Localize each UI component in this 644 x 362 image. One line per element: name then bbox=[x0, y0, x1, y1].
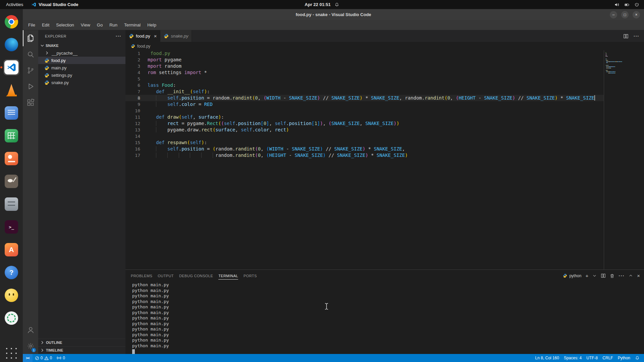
code-line-10[interactable]: 10 bbox=[125, 108, 604, 114]
minimap[interactable] bbox=[604, 50, 644, 269]
volume-icon[interactable] bbox=[614, 2, 620, 7]
indentation[interactable]: Spaces: 4 bbox=[561, 356, 584, 360]
dock-item-app-center[interactable]: A bbox=[3, 242, 19, 258]
notifications-bell-icon[interactable] bbox=[633, 356, 642, 360]
settings-gear-icon[interactable]: 1 bbox=[23, 338, 38, 354]
workspace-section-header[interactable]: SNAKE bbox=[38, 42, 125, 49]
code-line-9[interactable]: 9 self.color = RED bbox=[125, 101, 604, 108]
split-terminal-icon[interactable] bbox=[601, 273, 606, 278]
terminal-shell-selector[interactable]: python bbox=[563, 274, 581, 278]
menu-edit[interactable]: Edit bbox=[39, 20, 53, 30]
code-line-14[interactable]: 14 bbox=[125, 133, 604, 139]
explorer-more-actions-icon[interactable]: ··· bbox=[116, 34, 121, 39]
code-line-6[interactable]: 6lass Food: bbox=[125, 82, 604, 88]
dock-item-terminal[interactable]: >_ bbox=[3, 219, 19, 235]
accounts-icon[interactable] bbox=[23, 322, 38, 338]
code-line-1[interactable]: 1 food.py bbox=[125, 50, 604, 57]
breadcrumb-item[interactable]: food.py bbox=[137, 44, 150, 49]
panel-tab-terminal[interactable]: TERMINAL bbox=[216, 270, 241, 282]
activity-extensions-icon[interactable] bbox=[23, 95, 38, 111]
clock-menu[interactable]: Apr 22 01:51 bbox=[305, 2, 339, 7]
code-line-3[interactable]: 3mport random bbox=[125, 63, 604, 69]
activity-explorer-icon[interactable] bbox=[23, 30, 38, 46]
dock-item-help[interactable]: ? bbox=[3, 264, 19, 281]
dock-item-gimp[interactable] bbox=[3, 173, 19, 189]
split-editor-icon[interactable] bbox=[623, 34, 629, 39]
dock-item-browser[interactable] bbox=[3, 37, 19, 53]
activity-search-icon[interactable] bbox=[23, 46, 38, 62]
dock-item-vlc[interactable] bbox=[3, 82, 19, 98]
code-line-17[interactable]: 17 random.randint(0, (HEIGHT - SNAKE_SIZ… bbox=[125, 152, 604, 159]
dock-item-impress[interactable] bbox=[3, 150, 19, 167]
panel-tab-debug-console[interactable]: DEBUG CONSOLE bbox=[176, 270, 216, 282]
code-line-13[interactable]: 13 pygame.draw.rect(surface, self.color,… bbox=[125, 127, 604, 133]
pane-outline[interactable]: OUTLINE bbox=[38, 339, 125, 346]
minimize-button[interactable]: – bbox=[610, 11, 617, 18]
menu-file[interactable]: File bbox=[25, 20, 39, 30]
menu-help[interactable]: Help bbox=[144, 20, 160, 30]
dock-item-calc[interactable] bbox=[3, 128, 19, 144]
problems-indicator[interactable]: 0 0 bbox=[33, 354, 54, 362]
dock-item-vscode[interactable] bbox=[3, 59, 19, 75]
remote-indicator[interactable]: >< bbox=[23, 354, 33, 362]
file-tree: SNAKE __pycache__food.pymain.pysettings.… bbox=[38, 42, 125, 339]
menu-terminal[interactable]: Terminal bbox=[121, 20, 144, 30]
maximize-button[interactable]: □ bbox=[621, 11, 629, 18]
dock-item-chrome[interactable] bbox=[3, 14, 19, 30]
code-editor[interactable]: 1 food.py2mport pygame3mport random4rom … bbox=[125, 50, 604, 269]
breadcrumb[interactable]: food.py bbox=[125, 42, 644, 50]
code-line-11[interactable]: 11 def draw(self, surface): bbox=[125, 114, 604, 120]
explorer-item-settings-py[interactable]: settings.py bbox=[38, 71, 125, 79]
close-button[interactable]: × bbox=[633, 11, 640, 18]
kill-terminal-icon[interactable] bbox=[610, 274, 614, 278]
panel-more-actions-icon[interactable]: ··· bbox=[619, 273, 625, 279]
editor-more-actions-icon[interactable]: ··· bbox=[634, 34, 639, 39]
menu-view[interactable]: View bbox=[77, 20, 94, 30]
terminal-dropdown-icon[interactable] bbox=[592, 274, 597, 278]
explorer-item-main-py[interactable]: main.py bbox=[38, 64, 125, 71]
panel-tab-problems[interactable]: PROBLEMS bbox=[128, 270, 155, 282]
explorer-item-food-py[interactable]: food.py bbox=[38, 57, 125, 64]
python-file-icon bbox=[131, 44, 135, 48]
activities-button[interactable]: Activities bbox=[5, 2, 24, 7]
close-panel-icon[interactable]: × bbox=[637, 273, 640, 279]
show-applications-button[interactable] bbox=[5, 347, 17, 359]
power-icon[interactable] bbox=[634, 2, 639, 7]
cursor-position[interactable]: Ln 8, Col 160 bbox=[533, 356, 561, 360]
panel-tab-output[interactable]: OUTPUT bbox=[155, 270, 176, 282]
dock-item-files[interactable] bbox=[3, 196, 19, 212]
menu-selection[interactable]: Selection bbox=[53, 20, 77, 30]
dock-item-recycle[interactable] bbox=[3, 310, 19, 326]
explorer-item--pycache-[interactable]: __pycache__ bbox=[38, 49, 125, 57]
activity-source-control-icon[interactable] bbox=[23, 62, 38, 78]
dock-item-writer[interactable] bbox=[3, 105, 19, 121]
menu-run[interactable]: Run bbox=[106, 20, 121, 30]
code-line-12[interactable]: 12 rect = pygame.Rect((self.position[0],… bbox=[125, 120, 604, 127]
tab-snake-py[interactable]: snake.py bbox=[160, 30, 192, 42]
panel-tab-ports[interactable]: PORTS bbox=[241, 270, 260, 282]
tab-food-py[interactable]: food.py× bbox=[125, 30, 160, 42]
code-line-15[interactable]: 15 def respawn(self): bbox=[125, 139, 604, 146]
ports-indicator[interactable]: 0 bbox=[54, 354, 67, 362]
pane-timeline[interactable]: TIMELINE bbox=[38, 346, 125, 354]
encoding[interactable]: UTF-8 bbox=[584, 356, 600, 360]
code-line-7[interactable]: 7 def __init__(self): bbox=[125, 88, 604, 95]
menu-go[interactable]: Go bbox=[94, 20, 106, 30]
battery-icon[interactable] bbox=[624, 2, 630, 7]
terminal[interactable]: python main.pypython main.pypython main.… bbox=[125, 282, 644, 354]
maximize-panel-icon[interactable] bbox=[629, 274, 633, 278]
focused-app-indicator[interactable]: Visual Studio Code bbox=[31, 2, 78, 7]
code-line-8[interactable]: 8 self.position = random.randint(0, (WID… bbox=[125, 95, 604, 101]
eol[interactable]: CRLF bbox=[600, 356, 615, 360]
new-terminal-icon[interactable]: + bbox=[585, 273, 588, 279]
code-line-5[interactable]: 5 bbox=[125, 76, 604, 82]
code-line-4[interactable]: 4rom settings import * bbox=[125, 69, 604, 76]
code-line-2[interactable]: 2mport pygame bbox=[125, 57, 604, 63]
title-bar[interactable]: food.py - snake - Visual Studio Code –□× bbox=[23, 9, 644, 20]
activity-run-and-debug-icon[interactable] bbox=[23, 78, 38, 95]
code-line-16[interactable]: 16 self.position = (random.randint(0, (W… bbox=[125, 146, 604, 152]
language-mode[interactable]: Python bbox=[615, 356, 633, 360]
explorer-item-snake-py[interactable]: snake.py bbox=[38, 79, 125, 86]
close-tab-icon[interactable]: × bbox=[154, 33, 157, 39]
dock-item-game[interactable] bbox=[3, 287, 19, 303]
